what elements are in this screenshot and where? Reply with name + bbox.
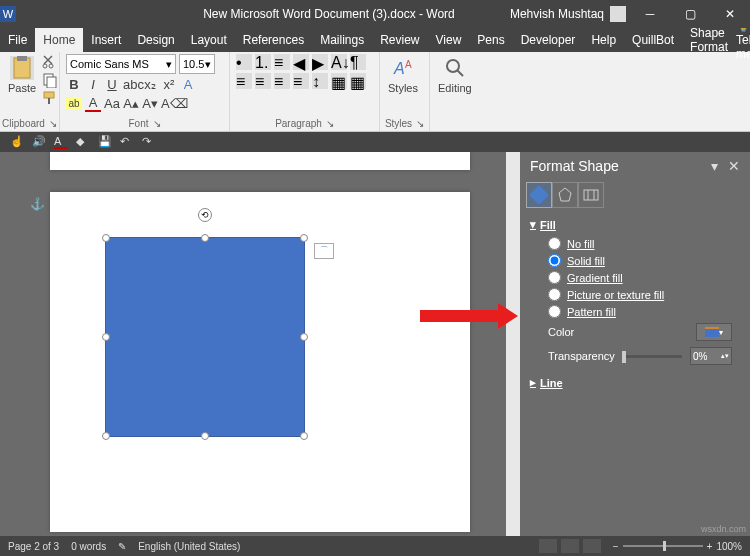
tab-layout[interactable]: Layout (183, 28, 235, 52)
pane-menu-icon[interactable]: ▾ (711, 158, 718, 174)
tab-shape-format[interactable]: Shape Format (682, 28, 736, 52)
word-count[interactable]: 0 words (71, 541, 106, 552)
resize-handle-sw[interactable] (102, 432, 110, 440)
zoom-in-button[interactable]: + (707, 541, 713, 552)
italic-button[interactable]: I (85, 77, 101, 92)
fill-option-no-fill[interactable]: No fill (530, 235, 740, 252)
document-area[interactable]: ⚓ ⟲ ⌒ (0, 152, 520, 536)
justify-icon[interactable]: ≡ (293, 73, 309, 89)
launcher-icon[interactable]: ↘ (153, 118, 161, 129)
resize-handle-e[interactable] (300, 333, 308, 341)
launcher-icon[interactable]: ↘ (416, 118, 424, 129)
paste-button[interactable]: Paste (6, 54, 38, 96)
zoom-slider[interactable] (623, 545, 703, 547)
tab-pens[interactable]: Pens (469, 28, 512, 52)
align-center-icon[interactable]: ≡ (255, 73, 271, 89)
font-size-combobox[interactable]: 10.5▾ (179, 54, 215, 74)
grow-font-icon[interactable]: A▴ (123, 96, 139, 111)
font-name-combobox[interactable]: Comic Sans MS▾ (66, 54, 176, 74)
fill-option-solid-fill[interactable]: Solid fill (530, 252, 740, 269)
fill-color-button[interactable]: ▾ (696, 323, 732, 341)
layout-options-button[interactable]: ⌒ (314, 243, 334, 259)
superscript-button[interactable]: x² (161, 77, 177, 92)
effects-tab[interactable] (552, 182, 578, 208)
tab-review[interactable]: Review (372, 28, 427, 52)
increase-indent-icon[interactable]: ▶ (312, 54, 328, 70)
transparency-value-input[interactable]: 0%▴▾ (690, 347, 732, 365)
resize-handle-w[interactable] (102, 333, 110, 341)
spell-check-icon[interactable]: ✎ (118, 541, 126, 552)
show-marks-icon[interactable]: ¶ (350, 54, 366, 70)
line-section-toggle[interactable]: ▸Line (530, 376, 740, 389)
rectangle-shape[interactable]: ⟲ ⌒ (105, 237, 305, 437)
redo-icon[interactable]: ↷ (142, 135, 156, 149)
resize-handle-n[interactable] (201, 234, 209, 242)
clear-formatting-icon[interactable]: A⌫ (161, 96, 177, 111)
zoom-out-button[interactable]: − (613, 541, 619, 552)
tab-view[interactable]: View (428, 28, 470, 52)
tab-insert[interactable]: Insert (83, 28, 129, 52)
pane-close-icon[interactable]: ✕ (728, 158, 740, 174)
shrink-font-icon[interactable]: A▾ (142, 96, 158, 111)
tab-developer[interactable]: Developer (513, 28, 584, 52)
tab-home[interactable]: Home (35, 28, 83, 52)
web-layout-icon[interactable] (583, 539, 601, 553)
numbering-icon[interactable]: 1. (255, 54, 271, 70)
resize-handle-nw[interactable] (102, 234, 110, 242)
decrease-indent-icon[interactable]: ◀ (293, 54, 309, 70)
resize-handle-se[interactable] (300, 432, 308, 440)
subscript-button[interactable]: x₂ (142, 77, 158, 92)
strike-button[interactable]: abc (123, 77, 139, 92)
vertical-scrollbar[interactable] (506, 152, 520, 536)
tab-help[interactable]: Help (583, 28, 624, 52)
read-aloud-icon[interactable]: 🔊 (32, 135, 46, 149)
font-color-qat-icon[interactable]: A (54, 135, 68, 149)
rotate-handle[interactable]: ⟲ (198, 208, 212, 222)
touch-mode-icon[interactable]: ☝ (10, 135, 24, 149)
copy-icon[interactable] (42, 72, 58, 88)
styles-button[interactable]: AA Styles (386, 54, 420, 96)
size-tab[interactable] (578, 182, 604, 208)
bullets-icon[interactable]: • (236, 54, 252, 70)
cut-icon[interactable] (42, 54, 58, 70)
tab-references[interactable]: References (235, 28, 312, 52)
line-spacing-icon[interactable]: ↕ (312, 73, 328, 89)
launcher-icon[interactable]: ↘ (49, 118, 57, 129)
page-2[interactable]: ⚓ ⟲ ⌒ (50, 192, 470, 532)
text-effects-icon[interactable]: A (180, 77, 196, 92)
close-button[interactable]: ✕ (710, 0, 750, 28)
highlight-button[interactable]: ab (66, 98, 82, 109)
bold-button[interactable]: B (66, 77, 82, 92)
font-color-button[interactable]: A (85, 95, 101, 112)
shape-qat-icon[interactable]: ◆ (76, 135, 90, 149)
format-painter-icon[interactable] (42, 90, 58, 106)
maximize-button[interactable]: ▢ (670, 0, 710, 28)
fill-option-pattern-fill[interactable]: Pattern fill (530, 303, 740, 320)
undo-icon[interactable]: ↶ (120, 135, 134, 149)
minimize-button[interactable]: ─ (630, 0, 670, 28)
multilevel-list-icon[interactable]: ≡ (274, 54, 290, 70)
change-case-button[interactable]: Aa (104, 96, 120, 111)
borders-icon[interactable]: ▦ (350, 73, 366, 89)
align-left-icon[interactable]: ≡ (236, 73, 252, 89)
underline-button[interactable]: U (104, 77, 120, 92)
tab-design[interactable]: Design (129, 28, 182, 52)
tab-mailings[interactable]: Mailings (312, 28, 372, 52)
fill-option-gradient-fill[interactable]: Gradient fill (530, 269, 740, 286)
resize-handle-s[interactable] (201, 432, 209, 440)
transparency-slider[interactable] (622, 355, 682, 358)
align-right-icon[interactable]: ≡ (274, 73, 290, 89)
shading-icon[interactable]: ▦ (331, 73, 347, 89)
launcher-icon[interactable]: ↘ (326, 118, 334, 129)
fill-section-toggle[interactable]: ▾Fill (530, 218, 740, 231)
account-area[interactable]: Mehvish Mushtaq (510, 6, 630, 22)
save-icon[interactable]: 💾 (98, 135, 112, 149)
fill-line-tab[interactable] (526, 182, 552, 208)
print-layout-icon[interactable] (561, 539, 579, 553)
page-indicator[interactable]: Page 2 of 3 (8, 541, 59, 552)
tab-file[interactable]: File (0, 28, 35, 52)
resize-handle-ne[interactable] (300, 234, 308, 242)
sort-icon[interactable]: A↓ (331, 54, 347, 70)
tab-quillbot[interactable]: QuillBot (624, 28, 682, 52)
fill-option-picture-fill[interactable]: Picture or texture fill (530, 286, 740, 303)
